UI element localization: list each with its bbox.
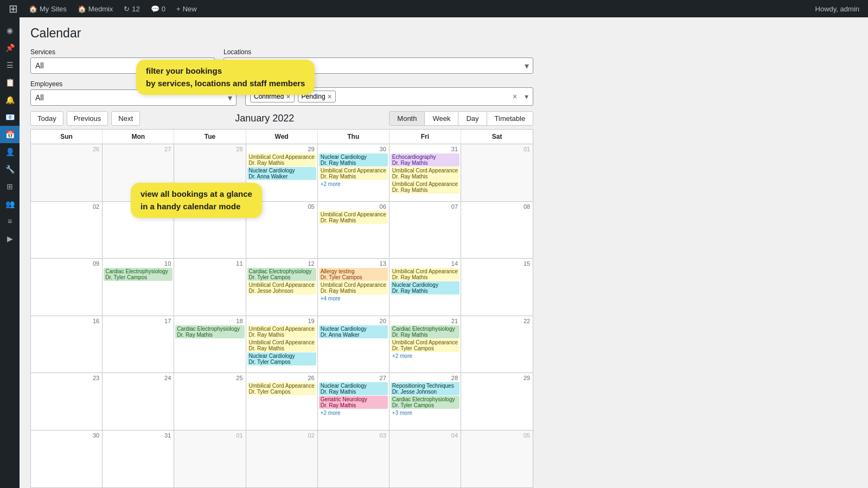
cell-jan07: 07	[390, 202, 461, 259]
timetable-view-button[interactable]: Timetable	[487, 112, 533, 125]
day-view-button[interactable]: Day	[458, 112, 487, 125]
week-4: 16 17 18 Cardiac Electrophysiology Dr. R…	[31, 316, 533, 374]
filter-row-1: Services All ▾ Locations All ▾	[30, 48, 533, 74]
event-cardiac-jan28[interactable]: Cardiac Electrophysiology Dr. Tyler Camp…	[391, 396, 459, 409]
statuses-input[interactable]: Confirmed × Pending × × ▾	[245, 87, 533, 106]
event-umbilical-jan14[interactable]: Umbilical Cord Appearance Dr. Ray Mathis	[391, 268, 459, 281]
event-nuclear-jan20[interactable]: Nuclear Cardiology Dr. Anna Walker	[319, 325, 388, 338]
sidebar-icon-appearance[interactable]: 🔔	[0, 91, 20, 108]
sidebar-icon-dashboard[interactable]: ◉	[0, 22, 20, 39]
locations-filter-group: Locations All ▾	[224, 48, 533, 74]
event-cardiac-jan21[interactable]: Cardiac Electrophysiology Dr. Ray Mathis	[391, 325, 459, 338]
statuses-chevron-icon[interactable]: ▾	[525, 92, 528, 101]
more-jan13[interactable]: +4 more	[319, 295, 388, 302]
event-nuclear-jan30[interactable]: Nuclear Cardiology Dr. Ray Mathis	[319, 153, 388, 166]
cell-jan25: 25	[174, 373, 246, 430]
event-cardiac-jan10[interactable]: Cardiac Electrophysiology Dr. Tyler Camp…	[104, 268, 173, 281]
cell-jan18: 18 Cardiac Electrophysiology Dr. Ray Mat…	[174, 316, 246, 373]
week-2: 02 03 04 05 06 Umbilical Cord Appearance…	[31, 202, 533, 259]
event-nuclear-jan14[interactable]: Nuclear Cardiology Dr. Ray Mathis	[391, 281, 459, 294]
cell-jan31b: 31	[103, 431, 174, 488]
more-jan28[interactable]: +3 more	[391, 409, 459, 416]
comments-icon: 💬	[151, 5, 159, 13]
locations-label: Locations	[224, 48, 533, 56]
new-icon: +	[176, 5, 181, 13]
sidebar-icon-pages[interactable]: ☰	[0, 56, 20, 74]
employees-label: Employees	[30, 80, 237, 88]
month-view-button[interactable]: Month	[390, 112, 425, 125]
cell-jan29b: 29	[461, 373, 533, 430]
event-umbilical-jan12[interactable]: Umbilical Cord Appearance Dr. Jesse John…	[247, 281, 316, 294]
previous-button[interactable]: Previous	[67, 111, 108, 126]
week-1: 26 27 28 29 Umbilical Cord Appearance Dr…	[31, 144, 533, 202]
cell-jan10: 10 Cardiac Electrophysiology Dr. Tyler C…	[103, 259, 174, 316]
event-umbilical1-jan19[interactable]: Umbilical Cord Appearance Dr. Ray Mathis	[247, 325, 316, 338]
more-jan27[interactable]: +2 more	[319, 409, 388, 416]
locations-select[interactable]: All	[224, 57, 533, 74]
event-echo-jan31[interactable]: Echocardiography Dr. Ray Mathis	[391, 153, 459, 166]
statuses-clear-btn[interactable]: ×	[508, 92, 521, 101]
sidebar-icon-groups[interactable]: 👥	[0, 195, 20, 213]
more-jan30[interactable]: +2 more	[319, 181, 388, 188]
updates-link[interactable]: ↻ 12	[119, 3, 144, 15]
sidebar-icon-list[interactable]: ≡	[0, 213, 20, 230]
event-umbilical-jan29[interactable]: Umbilical Cord Appearance Dr. Ray Mathis	[247, 153, 316, 166]
event-nuclear-jan27[interactable]: Nuclear Cardiology Dr. Ray Mathis	[319, 382, 388, 395]
header-wed: Wed	[246, 130, 318, 144]
sidebar-icon-calendar[interactable]: 📅	[0, 126, 20, 143]
next-button[interactable]: Next	[111, 111, 140, 126]
employees-select[interactable]: All	[30, 89, 237, 106]
event-umbilical-jan06[interactable]: Umbilical Cord Appearance Dr. Ray Mathis	[319, 211, 388, 224]
cell-feb02: 02	[246, 431, 318, 488]
confirmed-tag-remove[interactable]: ×	[286, 92, 290, 101]
cell-dec26: 26	[31, 144, 103, 201]
calendar-body: 26 27 28 29 Umbilical Cord Appearance Dr…	[31, 144, 533, 487]
event-umbilical-jan13[interactable]: Umbilical Cord Appearance Dr. Ray Mathis	[319, 281, 388, 294]
event-repo-jan28[interactable]: Repositioning Techniques Dr. Jesse Johns…	[391, 382, 459, 395]
admin-greeting: Howdy, admin	[811, 3, 864, 15]
event-umbilical-jan21[interactable]: Umbilical Cord Appearance Dr. Tyler Camp…	[391, 339, 459, 352]
medmix-link[interactable]: 🏠 Medmix	[73, 3, 118, 15]
cell-dec27: 27	[103, 144, 174, 201]
services-select-wrapper: All ▾	[30, 57, 215, 74]
cell-jan04: 04	[174, 202, 246, 259]
cell-jan23: 23	[31, 373, 103, 430]
pending-tag-remove[interactable]: ×	[328, 92, 332, 101]
event-umbilical-jan26[interactable]: Umbilical Cord Appearance Dr. Tyler Camp…	[247, 382, 316, 395]
my-sites-link[interactable]: 🏠 My Sites	[24, 3, 71, 15]
header-tue: Tue	[174, 130, 246, 144]
event-umbilical-jan30[interactable]: Umbilical Cord Appearance Dr. Ray Mathis	[319, 167, 388, 180]
event-nuclear-jan29[interactable]: Nuclear Cardiology Dr. Anna Walker	[247, 167, 316, 180]
event-cardiac-jan18[interactable]: Cardiac Electrophysiology Dr. Ray Mathis	[175, 325, 244, 338]
cell-jan02: 02	[31, 202, 103, 259]
today-button[interactable]: Today	[30, 111, 63, 126]
cell-feb01b: 01	[174, 431, 246, 488]
page-title: Calendar	[30, 26, 533, 41]
cell-jan27: 27 Nuclear Cardiology Dr. Ray Mathis Ger…	[318, 373, 390, 430]
services-select[interactable]: All	[30, 57, 215, 74]
sidebar-icon-comments[interactable]: 📋	[0, 74, 20, 91]
header-mon: Mon	[103, 130, 174, 144]
header-sun: Sun	[31, 130, 103, 144]
event-allergy-jan13[interactable]: Allergy testing Dr. Tyler Campos	[319, 268, 388, 281]
sidebar-icon-tools[interactable]: 🔧	[0, 160, 20, 178]
more-jan21[interactable]: +2 more	[391, 352, 459, 359]
event-nuclear-jan19[interactable]: Nuclear Cardiology Dr. Tyler Campos	[247, 352, 316, 365]
event-umbilical2-jan19[interactable]: Umbilical Cord Appearance Dr. Ray Mathis	[247, 339, 316, 352]
cell-jan14: 14 Umbilical Cord Appearance Dr. Ray Mat…	[390, 259, 461, 316]
event-geriatric-jan27[interactable]: Geriatric Neurology Dr. Ray Mathis	[319, 396, 388, 409]
cell-jan31: 31 Echocardiography Dr. Ray Mathis Umbil…	[390, 144, 461, 201]
sidebar-icon-users[interactable]: 👤	[0, 143, 20, 160]
event-umbilical3-jan31[interactable]: Umbilical Cord Appearance Dr. Ray Mathis	[391, 181, 459, 194]
new-content-link[interactable]: + New	[172, 3, 201, 15]
sidebar-icon-plugins[interactable]: 📧	[0, 108, 20, 126]
comments-link[interactable]: 💬 0	[146, 3, 170, 15]
event-umbilical2-jan31[interactable]: Umbilical Cord Appearance Dr. Ray Mathis	[391, 167, 459, 180]
week-view-button[interactable]: Week	[425, 112, 458, 125]
sidebar-icon-settings[interactable]: ⊞	[0, 178, 20, 195]
header-fri: Fri	[390, 130, 461, 144]
sidebar-icon-posts[interactable]: 📌	[0, 39, 20, 56]
confirmed-tag: Confirmed ×	[250, 91, 295, 102]
event-cardiac-jan12[interactable]: Cardiac Electrophysiology Dr. Tyler Camp…	[247, 268, 316, 281]
sidebar-icon-play[interactable]: ▶	[0, 230, 20, 247]
